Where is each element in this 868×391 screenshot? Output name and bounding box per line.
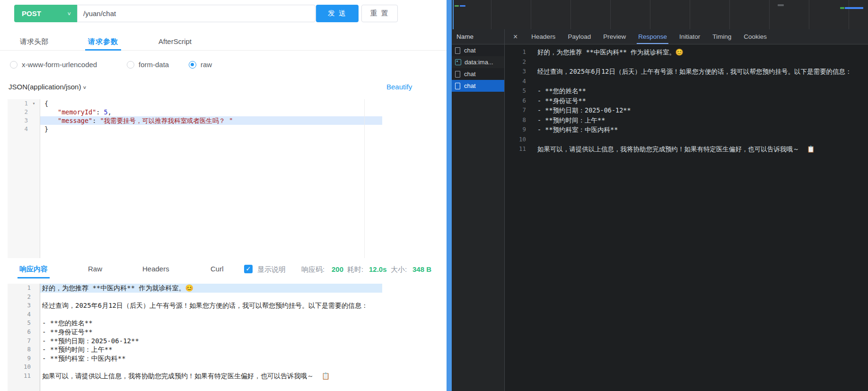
response-line-text: - **您的姓名** (42, 319, 93, 328)
code-token: } (44, 125, 48, 133)
document-icon (455, 71, 460, 78)
line-number: 8 (505, 115, 526, 125)
code-token: : (96, 108, 104, 116)
method-select[interactable]: POST ∨ (14, 5, 77, 22)
status-code-value: 200 (332, 265, 343, 273)
line-number: 1 (505, 47, 526, 57)
reset-button[interactable]: 重 置 (361, 5, 398, 22)
content-type-row: JSON(application/json)∨ Beautify (0, 82, 447, 93)
line-number: 3 (8, 301, 31, 310)
request-name: data:ima... (465, 59, 493, 66)
line-number: 7 (8, 337, 31, 346)
editor-line: 1▾{ (8, 99, 444, 108)
request-list-column: chatdata:ima...chatchat (452, 44, 505, 391)
response-tab[interactable]: Headers (142, 265, 169, 278)
response-line-text: 好的，为您推荐 **中医内科** 作为就诊科室。😊 (537, 47, 684, 57)
response-header: 响应内容RawHeadersCurl ✓ 显示说明 响应码: 200 耗时: 1… (0, 261, 447, 278)
devtools-response-line: 11如果可以，请提供以上信息，我将协助您完成预约！如果有特定医生偏好，也可以告诉… (505, 144, 868, 154)
response-body-viewer[interactable]: 1好的，为您推荐 **中医内科** 作为就诊科室。😊23经过查询，2025年6月… (8, 284, 444, 391)
devtools-tab-response[interactable]: Response (638, 29, 667, 44)
response-line: 8- **预约时间：上午** (8, 345, 444, 354)
devtools-tab-preview[interactable]: Preview (603, 29, 626, 44)
response-line: 10 (8, 363, 444, 372)
send-button[interactable]: 发 送 (316, 5, 359, 22)
response-tab[interactable]: 响应内容 (19, 265, 48, 278)
line-number: 4 (505, 77, 526, 87)
network-request-row[interactable]: data:ima... (452, 56, 504, 68)
devtools-response-line: 3经过查询，2025年6月12日（后天）上午有号源！如果您方便的话，我可以帮您预… (505, 67, 868, 77)
time-value: 12.0s (369, 265, 387, 273)
document-icon (455, 47, 460, 54)
fold-arrow-icon (28, 108, 40, 116)
request-tab[interactable]: 请求参数 (88, 37, 118, 51)
devtools-response-pane[interactable]: 1好的，为您推荐 **中医内科** 作为就诊科室。😊23经过查询，2025年6月… (505, 44, 868, 391)
response-line-text: - **预约时间：上午** (537, 115, 605, 125)
body-mode-option[interactable]: x-www-form-urlencoded (10, 61, 97, 69)
close-icon[interactable]: × (513, 33, 517, 41)
response-line-text: - **预约日期：2025-06-12** (42, 337, 139, 346)
devtools-tab-cookies[interactable]: Cookies (744, 29, 767, 44)
request-body-editor[interactable]: 1▾{2"memoryId": 5,3"message": "我需要挂号，可以推… (8, 99, 444, 258)
panel-scrollbar[interactable] (447, 0, 452, 391)
fold-arrow-icon (28, 116, 40, 125)
response-line: 7- **预约日期：2025-06-12** (8, 337, 444, 346)
chevron-down-icon: ∨ (82, 85, 87, 90)
devtools-tab-initiator[interactable]: Initiator (679, 29, 700, 44)
response-line-text: - **预约日期：2025-06-12** (537, 105, 631, 115)
network-request-row[interactable]: chat (452, 44, 504, 56)
network-request-row[interactable]: chat (452, 80, 504, 92)
content-type-select[interactable]: JSON(application/json)∨ (9, 83, 87, 91)
line-number: 11 (505, 144, 526, 154)
radio-icon[interactable] (189, 61, 196, 69)
devtools-tab-timing[interactable]: Timing (712, 29, 731, 44)
request-bar-green (840, 7, 844, 9)
response-line-text: - **预约时间：上午** (42, 345, 113, 354)
response-line-text: - **预约科室：中医内科** (537, 125, 618, 135)
line-number: 8 (8, 345, 31, 354)
response-line-text: 好的，为您推荐 **中医内科** 作为就诊科室。😊 (42, 284, 193, 293)
name-column-header[interactable]: Name (452, 29, 505, 44)
code-token: { (44, 100, 48, 107)
request-name: chat (464, 82, 476, 89)
body-mode-option[interactable]: raw (189, 61, 212, 69)
response-line-text: 经过查询，2025年6月12日（后天）上午有号源！如果您方便的话，我可以帮您预约… (537, 67, 851, 77)
response-line: 6- **身份证号** (8, 328, 444, 337)
request-tab[interactable]: AfterScript (158, 37, 192, 50)
line-number: 11 (8, 372, 31, 381)
devtools-response-line: 10 (505, 135, 868, 145)
body-mode-label: raw (201, 61, 212, 69)
radio-icon[interactable] (127, 61, 134, 69)
line-number: 4 (8, 310, 31, 319)
status-code-label: 响应码: (301, 265, 324, 274)
method-label: POST (22, 9, 41, 17)
devtools-tab-payload[interactable]: Payload (568, 29, 591, 44)
editor-line: 2"memoryId": 5, (8, 108, 444, 116)
request-bar-blue (845, 7, 863, 9)
url-input[interactable] (77, 5, 316, 22)
line-number: 5 (8, 319, 31, 328)
network-overview-strip[interactable] (452, 0, 868, 30)
chevron-down-icon: ∨ (67, 11, 71, 17)
line-number: 2 (8, 293, 31, 302)
response-tab[interactable]: Curl (210, 265, 224, 278)
response-line: 1好的，为您推荐 **中医内科** 作为就诊科室。😊 (8, 284, 444, 293)
overview-left-edge (453, 0, 454, 29)
body-mode-option[interactable]: form-data (127, 61, 169, 69)
body-mode-label: form-data (139, 61, 169, 69)
line-number: 1 (8, 99, 28, 108)
network-request-row[interactable]: chat (452, 68, 504, 80)
response-line: 9- **预约科室：中医内科** (8, 354, 444, 363)
beautify-link[interactable]: Beautify (386, 83, 412, 91)
request-bar-green (455, 5, 459, 7)
fold-arrow-icon[interactable]: ▾ (28, 99, 40, 108)
response-line-text: 如果可以，请提供以上信息，我将协助您完成预约！如果有特定医生偏好，也可以告诉我哦… (42, 372, 330, 381)
devtools-tab-headers[interactable]: Headers (531, 29, 555, 44)
code-token: : (92, 117, 100, 124)
request-tab[interactable]: 请求头部 (20, 37, 48, 51)
response-tab[interactable]: Raw (88, 265, 102, 278)
request-tabs: 请求头部请求参数AfterScript (0, 34, 447, 51)
show-description-checkbox[interactable]: ✓ (244, 265, 253, 273)
radio-icon[interactable] (10, 61, 18, 69)
line-number: 10 (505, 135, 526, 145)
response-line-text: - **身份证号** (42, 328, 93, 337)
